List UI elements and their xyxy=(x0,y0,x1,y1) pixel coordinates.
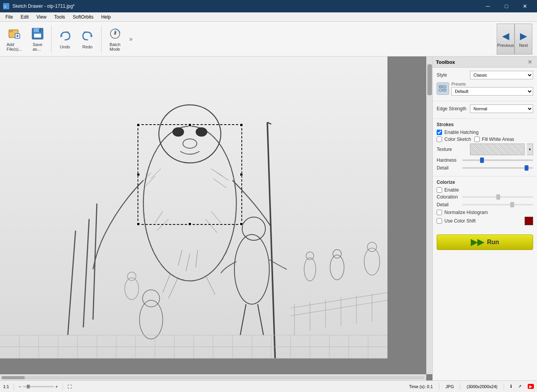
menu-softorbits[interactable]: SoftOrbits xyxy=(69,12,97,21)
strokes-title: Strokes xyxy=(437,122,533,127)
svg-rect-10 xyxy=(39,29,41,32)
enable-colorize-row: Enable xyxy=(437,187,533,193)
svg-rect-88 xyxy=(439,86,442,88)
minimize-button[interactable]: ─ xyxy=(479,0,497,12)
colorize-detail-thumb[interactable] xyxy=(510,202,514,207)
svg-rect-17 xyxy=(0,56,387,358)
save-as-icon xyxy=(31,27,45,41)
dimensions-label: (3000x2000x24) xyxy=(466,384,497,389)
redo-icon xyxy=(81,29,95,43)
close-button[interactable]: ✕ xyxy=(516,0,534,12)
detail-thumb[interactable] xyxy=(525,165,528,171)
nav-buttons: ◀ Previous ▶ Next xyxy=(497,24,532,55)
enable-colorize-checkbox[interactable] xyxy=(437,187,442,193)
main-content: Toolbox ✕ Style Classic Artistic Pencil … xyxy=(0,56,537,380)
next-button[interactable]: ▶ Next xyxy=(515,24,532,55)
normalize-histogram-label[interactable]: Normalize Histogram xyxy=(444,210,488,215)
texture-preview xyxy=(470,144,525,155)
texture-dropdown-button[interactable]: ▼ xyxy=(527,144,533,155)
normalize-histogram-checkbox[interactable] xyxy=(437,210,442,215)
window-controls: ─ □ ✕ xyxy=(479,0,534,12)
coloration-row: Coloration xyxy=(437,194,533,200)
strokes-section: Strokes Enable Hatching Color Sketch Fil… xyxy=(433,119,537,176)
vertical-scrollbar-thumb[interactable] xyxy=(427,64,432,95)
hardness-thumb[interactable] xyxy=(480,157,484,163)
style-select[interactable]: Classic Artistic Pencil Charcoal xyxy=(470,71,533,79)
hardness-track[interactable] xyxy=(462,159,533,161)
svg-rect-3 xyxy=(9,30,13,32)
status-bar: 1:1 − + ⛶ Time (s): 0.1 JPG (3000x2000x2… xyxy=(0,380,537,392)
texture-label: Texture xyxy=(437,147,468,152)
zoom-slider[interactable] xyxy=(23,386,54,387)
svg-rect-89 xyxy=(443,86,446,88)
normalize-histogram-row: Normalize Histogram xyxy=(437,210,533,215)
menu-help[interactable]: Help xyxy=(97,12,115,21)
colorize-detail-label: Detail xyxy=(437,202,460,207)
maximize-button[interactable]: □ xyxy=(497,0,515,12)
enable-colorize-label[interactable]: Enable xyxy=(444,187,459,193)
zoom-plus-icon[interactable]: + xyxy=(55,384,58,389)
save-as-button[interactable]: Saveas... xyxy=(27,24,48,54)
status-sep-5 xyxy=(504,383,504,390)
canvas-area[interactable] xyxy=(0,56,432,380)
detail-track[interactable] xyxy=(462,167,533,169)
presets-select[interactable]: Default Light Dark xyxy=(451,87,533,96)
window-title: Sketch Drawer - otp-1711.jpg* xyxy=(12,3,75,9)
color-shift-swatch[interactable] xyxy=(525,217,533,225)
colorize-detail-track[interactable] xyxy=(462,204,533,205)
toolbox-header: Toolbox ✕ xyxy=(433,56,537,68)
redo-button[interactable]: Redo xyxy=(77,24,98,54)
menu-tools[interactable]: Tools xyxy=(50,12,69,21)
info-icon[interactable]: ℹ xyxy=(510,384,512,389)
next-label: Next xyxy=(519,43,528,48)
previous-label: Previous xyxy=(497,43,514,48)
use-color-shift-label[interactable]: Use Color Shift xyxy=(444,218,476,224)
toolbar-more[interactable]: » xyxy=(127,36,135,43)
status-sep-2 xyxy=(62,383,63,390)
zoom-level: 1:1 xyxy=(3,384,9,389)
svg-text:S: S xyxy=(4,5,6,9)
fill-white-areas-label[interactable]: Fill White Areas xyxy=(482,137,514,142)
svg-point-44 xyxy=(172,127,184,137)
detail-row: Detail xyxy=(437,165,533,171)
toolbox-close-button[interactable]: ✕ xyxy=(526,58,534,66)
enable-hatching-label[interactable]: Enable Hatching xyxy=(444,130,478,135)
status-sep-4 xyxy=(460,383,460,390)
toolbar: AddFile(s)... Saveas... Undo xyxy=(0,22,537,56)
vertical-scrollbar[interactable] xyxy=(426,56,432,374)
status-right: Time (s): 0.1 JPG (3000x2000x24) ℹ ↗ ▶ xyxy=(409,383,534,390)
horizontal-scrollbar[interactable] xyxy=(0,374,426,380)
youtube-icon[interactable]: ▶ xyxy=(528,384,534,389)
color-sketch-checkbox[interactable] xyxy=(437,137,442,142)
color-sketch-label[interactable]: Color Sketch xyxy=(444,137,471,142)
zoom-minus-icon[interactable]: − xyxy=(19,384,21,389)
menu-file[interactable]: File xyxy=(2,12,17,21)
edge-strength-select[interactable]: Normal Light Strong xyxy=(470,104,533,113)
svg-rect-8 xyxy=(34,28,40,32)
title-bar-left: S Sketch Drawer - otp-1711.jpg* xyxy=(3,3,75,9)
coloration-thumb[interactable] xyxy=(496,194,500,200)
status-sep-1 xyxy=(14,383,14,390)
batch-mode-button[interactable]: BatchMode xyxy=(105,24,126,54)
format-label: JPG xyxy=(446,384,454,389)
undo-button[interactable]: Undo xyxy=(55,24,76,54)
use-color-shift-checkbox[interactable] xyxy=(437,218,442,224)
previous-button[interactable]: ◀ Previous xyxy=(497,24,515,55)
coloration-track[interactable] xyxy=(462,196,533,198)
share-icon[interactable]: ↗ xyxy=(518,384,522,389)
edge-strength-row: Edge Strength Normal Light Strong xyxy=(437,104,533,113)
run-label: Run xyxy=(487,239,499,246)
fill-white-areas-checkbox[interactable] xyxy=(474,137,480,142)
horizontal-scrollbar-thumb[interactable] xyxy=(2,376,25,379)
previous-arrow-icon: ◀ xyxy=(502,31,509,41)
menu-edit[interactable]: Edit xyxy=(17,12,33,21)
toolbar-nav: ◀ Previous ▶ Next xyxy=(497,24,534,55)
menu-view[interactable]: View xyxy=(33,12,50,21)
toolbar-sep-2 xyxy=(101,26,102,53)
fullscreen-icon[interactable]: ⛶ xyxy=(67,384,72,389)
zoom-slider-thumb[interactable] xyxy=(27,385,30,389)
time-status: Time (s): 0.1 xyxy=(409,384,433,389)
run-button[interactable]: ▶▶ Run xyxy=(437,235,533,250)
add-files-button[interactable]: AddFile(s)... xyxy=(3,24,26,54)
enable-hatching-checkbox[interactable] xyxy=(437,130,442,135)
